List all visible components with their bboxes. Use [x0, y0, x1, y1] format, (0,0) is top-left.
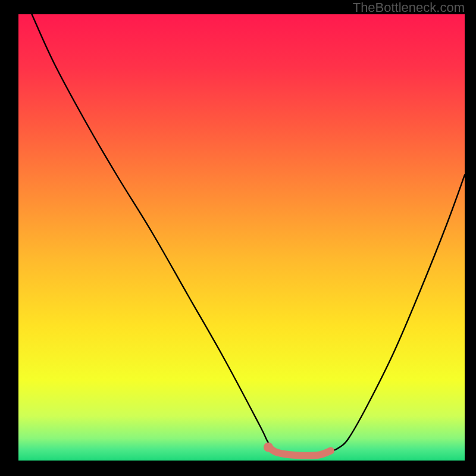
- plot-area: [18, 14, 465, 461]
- watermark-text: TheBottleneck.com: [353, 0, 465, 15]
- highlight-segment: [268, 447, 331, 456]
- curve-layer: [18, 14, 465, 461]
- bottleneck-curve: [32, 14, 465, 457]
- highlight-dot: [264, 443, 273, 452]
- chart-container: TheBottleneck.com: [0, 0, 476, 476]
